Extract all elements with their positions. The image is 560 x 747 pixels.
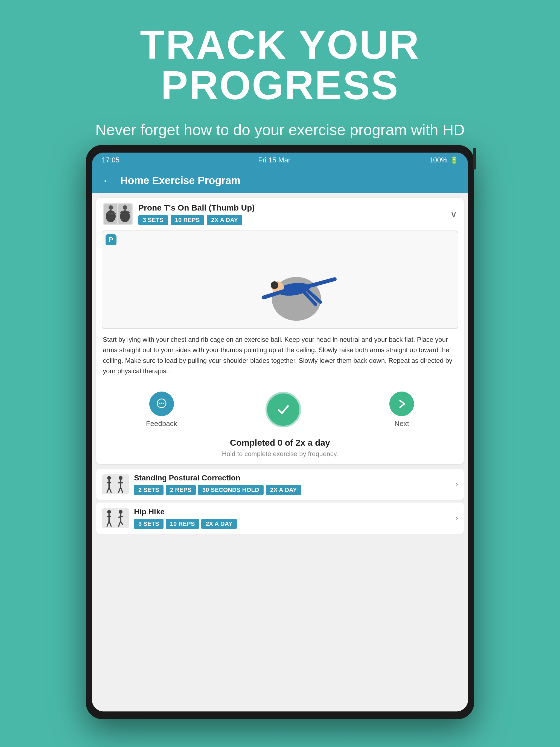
svg-point-34	[119, 510, 123, 514]
exercise-name: Prone T's On Ball (Thumb Up)	[138, 203, 444, 212]
tag-sets: 3 SETS	[138, 215, 168, 225]
list-tag-freq-1: 2X A DAY	[266, 485, 301, 495]
app-header: ← Home Exercise Program	[92, 168, 468, 193]
thumb-img-2	[119, 204, 131, 224]
exercise-info: Prone T's On Ball (Thumb Up) 3 SETS 10 R…	[138, 203, 444, 225]
svg-point-0	[108, 205, 113, 210]
svg-point-16	[159, 403, 160, 404]
battery-level: 100%	[429, 156, 447, 164]
tablet-wrapper: 17:05 Fri 15 Mar 100% 🔋 ← Home Exercise …	[86, 145, 474, 719]
svg-line-36	[119, 521, 121, 526]
next-label: Next	[394, 419, 409, 428]
tag-frequency: 2X A DAY	[207, 215, 242, 225]
list-chevron-icon-2: ›	[455, 513, 458, 523]
exercise-header: Prone T's On Ball (Thumb Up) 3 SETS 10 R…	[96, 198, 464, 231]
list-item-tags-2: 3 SETS 10 REPS 2X A DAY	[134, 519, 450, 529]
video-logo: P	[105, 234, 117, 245]
list-item-tags-1: 2 SETS 2 REPS 30 SECONDS HOLD 2X A DAY	[134, 485, 450, 495]
list-tag-freq-2: 2X A DAY	[201, 519, 237, 529]
list-item-thumb-1	[102, 474, 129, 494]
thumb-img-1	[104, 204, 117, 224]
completion-info: Completed 0 of 2x a day Hold to complete…	[96, 433, 464, 464]
svg-point-19	[107, 476, 111, 480]
back-arrow-icon[interactable]: ←	[102, 174, 114, 187]
svg-line-27	[121, 487, 123, 493]
feedback-label: Feedback	[146, 419, 177, 428]
status-date: Fri 15 Mar	[258, 156, 290, 164]
feedback-button[interactable]: Feedback	[146, 391, 177, 428]
status-time: 17:05	[102, 156, 120, 164]
svg-point-14	[271, 281, 278, 289]
list-tag-reps-1: 2 REPS	[166, 485, 196, 495]
video-area[interactable]: P	[102, 231, 458, 329]
promo-title: TRACK YOUR PROGRESS	[27, 25, 533, 106]
completion-title: Completed 0 of 2x a day	[102, 438, 458, 448]
svg-point-3	[123, 205, 127, 210]
feedback-circle-icon	[149, 391, 174, 416]
main-exercise-card: Prone T's On Ball (Thumb Up) 3 SETS 10 R…	[96, 198, 464, 464]
exercise-thumbnail	[103, 203, 133, 225]
svg-line-26	[119, 487, 121, 493]
svg-line-22	[109, 487, 111, 493]
list-tag-sets-1: 2 SETS	[134, 485, 163, 495]
list-item-thumb-2	[102, 508, 129, 528]
exercise-tags: 3 SETS 10 REPS 2X A DAY	[138, 215, 444, 225]
svg-point-1	[106, 210, 116, 222]
svg-point-24	[119, 476, 123, 480]
svg-point-18	[163, 403, 164, 404]
status-right: 100% 🔋	[429, 156, 458, 164]
chevron-down-icon[interactable]: ∨	[450, 208, 457, 220]
exercise-description: Start by lying with your chest and rib c…	[96, 334, 464, 383]
list-item-info-1: Standing Postural Correction 2 SETS 2 RE…	[134, 473, 450, 495]
next-circle-icon	[389, 391, 414, 416]
next-button[interactable]: Next	[389, 391, 414, 428]
list-item[interactable]: Standing Postural Correction 2 SETS 2 RE…	[96, 469, 464, 500]
svg-line-32	[109, 521, 111, 526]
action-row: Feedback	[96, 383, 464, 433]
svg-line-37	[121, 521, 123, 525]
list-tag-reps-2: 10 REPS	[166, 519, 199, 529]
list-tag-hold-1: 30 SECONDS HOLD	[198, 485, 263, 495]
complete-button[interactable]	[265, 392, 301, 428]
svg-line-38	[119, 516, 123, 517]
list-item-name-1: Standing Postural Correction	[134, 473, 450, 482]
status-bar: 17:05 Fri 15 Mar 100% 🔋	[92, 153, 468, 168]
list-chevron-icon-1: ›	[455, 479, 458, 489]
list-tag-sets-2: 3 SETS	[134, 519, 163, 529]
screen-content[interactable]: Prone T's On Ball (Thumb Up) 3 SETS 10 R…	[92, 193, 468, 712]
list-item-info-2: Hip Hike 3 SETS 10 REPS 2X A DAY	[134, 508, 450, 529]
completion-subtitle: Hold to complete exercise by frequency.	[102, 450, 458, 458]
tablet-screen: 17:05 Fri 15 Mar 100% 🔋 ← Home Exercise …	[92, 153, 468, 712]
tag-reps: 10 REPS	[171, 215, 204, 225]
exercise-illustration	[102, 231, 458, 328]
svg-line-31	[107, 521, 109, 526]
app-header-title: Home Exercise Program	[120, 175, 240, 186]
svg-line-21	[107, 487, 109, 493]
complete-circle-icon	[265, 392, 301, 428]
battery-icon: 🔋	[450, 156, 458, 164]
svg-point-29	[107, 510, 111, 514]
svg-point-17	[161, 403, 162, 404]
tablet-frame: 17:05 Fri 15 Mar 100% 🔋 ← Home Exercise …	[86, 145, 474, 719]
list-item-name-2: Hip Hike	[134, 508, 450, 516]
list-item-2[interactable]: Hip Hike 3 SETS 10 REPS 2X A DAY ›	[96, 503, 464, 534]
